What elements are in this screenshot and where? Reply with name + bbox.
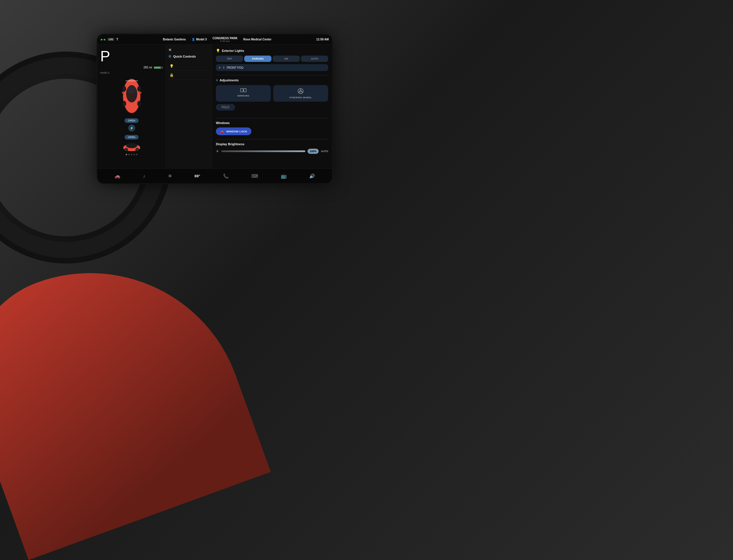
open-btn-rear[interactable]: OPEN <box>125 135 139 139</box>
steering-wheel-btn[interactable]: STEERING WHEEL <box>273 85 328 102</box>
sun-icon: ☀ <box>216 149 219 153</box>
lock-icon: 🔒 <box>170 73 174 77</box>
lights-on-btn[interactable]: ON <box>273 56 300 62</box>
brightness-value: 100% <box>308 149 319 154</box>
time-display: 11:59 AM <box>316 38 329 41</box>
svg-point-13 <box>125 149 127 151</box>
adjustments-label: Adjustments <box>220 78 239 82</box>
open-btn-front[interactable]: OPEN <box>125 118 139 123</box>
fog-number-icon: # <box>219 66 221 69</box>
taskbar-car-icon: 🚗 <box>115 173 120 179</box>
fold-button[interactable]: FOLD <box>216 104 235 111</box>
svg-point-2 <box>127 86 136 94</box>
nearby-location: Rose Medical Center <box>243 38 272 41</box>
dot-5 <box>136 154 137 155</box>
person-icon: 👤 <box>192 38 195 41</box>
lights-btn-group: OFF PARKING ON AUTO <box>216 56 328 62</box>
status-bar: ▶◀ LTE T Botanic Gardens 👤 Model 3 CONGR… <box>97 34 332 45</box>
steering-wheel-label: STEERING WHEEL <box>289 96 312 99</box>
svg-point-17 <box>300 90 302 92</box>
divider-2 <box>216 118 328 118</box>
svg-point-7 <box>122 101 126 106</box>
window-lock-label: WINDOW LOCK <box>227 130 247 133</box>
svg-point-15 <box>136 149 138 151</box>
mirrors-btn[interactable]: MIRRORS <box>216 85 271 102</box>
front-fog-row[interactable]: # 0 FRONT FOG <box>216 64 328 71</box>
status-bar-center: Botanic Gardens 👤 Model 3 CONGRESS PARK … <box>118 37 317 42</box>
taskbar-climate[interactable]: ❄ <box>168 173 172 179</box>
taskbar-volume[interactable]: 🔊 <box>309 173 315 179</box>
svg-point-6 <box>137 86 141 92</box>
range-row: 265 mi <box>100 66 163 69</box>
steering-wheel-icon <box>298 88 304 95</box>
middle-panel: ✕ ⚙ Quick Controls 💡 🔒 <box>166 45 212 168</box>
svg-point-11 <box>126 143 137 148</box>
range-text: 265 mi <box>144 66 152 69</box>
taskbar-temp-display: 69° <box>195 174 200 178</box>
taskbar-climate-icon: ❄ <box>168 173 172 179</box>
taskbar: 🚗 ♪ ❄ 69° 📞 ⌨ 📺 🔊 <box>97 168 332 183</box>
status-bar-left: ▶◀ LTE T <box>101 38 118 41</box>
exterior-lights-label: Exterior Lights <box>222 49 244 52</box>
svg-rect-4 <box>139 92 142 93</box>
adjustments-btn-group: MIRRORS STEERING WHEEL <box>216 85 328 102</box>
screen-main: P 265 mi Model 3 <box>97 45 332 168</box>
dot-2 <box>128 154 130 155</box>
lte-badge: LTE <box>108 38 114 41</box>
brightness-fill <box>221 150 305 152</box>
svg-point-8 <box>137 101 141 106</box>
quick-controls-icon: ⚙ <box>168 54 172 58</box>
car-svg-top <box>117 76 146 116</box>
adjustments-icon: ≡ <box>216 78 218 82</box>
nav-location-2: CONGRESS PARK E 9th Ave <box>213 37 238 42</box>
brightness-section: Display Brightness <box>216 142 328 146</box>
taskbar-temp[interactable]: 69° <box>195 174 200 178</box>
lights-section-icon: 💡 <box>216 49 220 53</box>
charge-button[interactable]: ⚡ <box>128 125 135 131</box>
window-lock-icon: 🚗 <box>220 129 224 133</box>
brightness-bar[interactable] <box>221 150 305 152</box>
pagination-dots <box>100 154 163 155</box>
screen-content: ▶◀ LTE T Botanic Gardens 👤 Model 3 CONGR… <box>97 34 332 183</box>
car-label: Model 3 <box>100 71 163 74</box>
divider-1 <box>216 75 328 75</box>
svg-point-5 <box>122 86 126 92</box>
taskbar-phone[interactable]: 📞 <box>223 173 229 179</box>
car-top-view <box>117 76 146 116</box>
park-indicator: P <box>100 48 163 65</box>
windows-section: Windows <box>216 121 328 125</box>
taskbar-music[interactable]: ♪ <box>143 174 145 179</box>
mirrors-label: MIRRORS <box>237 95 249 97</box>
taskbar-music-icon: ♪ <box>143 174 145 179</box>
fog-num: 0 <box>223 66 225 69</box>
window-lock-button[interactable]: 🚗 WINDOW LOCK <box>216 127 252 135</box>
taskbar-nav-icon: ⌨ <box>252 173 258 179</box>
qc-item-lock[interactable]: 🔒 <box>168 71 209 80</box>
taskbar-phone-icon: 📞 <box>223 173 229 179</box>
taskbar-nav[interactable]: ⌨ <box>252 173 258 179</box>
tesla-screen: ▶◀ LTE T Botanic Gardens 👤 Model 3 CONGR… <box>97 34 332 183</box>
lights-off-btn[interactable]: OFF <box>216 56 243 62</box>
brightness-auto-label[interactable]: AUTO <box>321 150 328 153</box>
close-button[interactable]: ✕ <box>168 48 209 52</box>
lights-parking-btn[interactable]: PARKING <box>244 56 272 62</box>
lights-icon: 💡 <box>170 64 174 68</box>
car-svg-side <box>122 141 142 152</box>
lights-auto-btn[interactable]: AUTO <box>301 56 328 62</box>
mirrors-icon <box>240 88 247 93</box>
qc-item-lights[interactable]: 💡 <box>168 62 209 71</box>
windows-label: Windows <box>216 121 230 125</box>
taskbar-car[interactable]: 🚗 <box>115 173 120 179</box>
adjustments-section: ≡ Adjustments <box>216 78 328 82</box>
nav-location-1: Botanic Gardens <box>163 38 186 41</box>
steering-svg <box>298 88 304 94</box>
quick-controls-title: ⚙ Quick Controls <box>168 54 209 58</box>
svg-line-19 <box>299 92 300 92</box>
battery-fill <box>154 67 161 68</box>
exterior-lights-section: 💡 Exterior Lights <box>216 49 328 53</box>
mirror-svg <box>240 88 247 93</box>
taskbar-display[interactable]: 📺 <box>281 173 287 179</box>
taskbar-display-icon: 📺 <box>281 173 287 179</box>
battery-bar <box>154 66 163 69</box>
left-panel: P 265 mi Model 3 <box>97 45 166 168</box>
